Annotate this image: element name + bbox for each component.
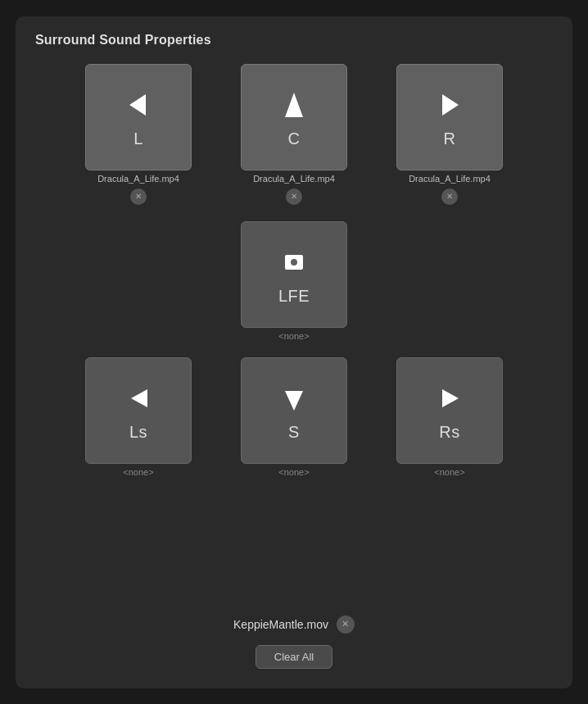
source-filename: KeppieMantle.mov — [233, 618, 328, 631]
channel-label-Rs: Rs — [439, 423, 459, 442]
channel-none-Rs: <none> — [434, 467, 464, 477]
channel-none-LFE: <none> — [278, 331, 309, 341]
remove-button-L[interactable] — [130, 188, 147, 205]
top-channel-row: L Dracula_A_Life.mp4 C Dracula_A_Life. — [85, 64, 503, 205]
channel-slot-Ls: Ls <none> — [85, 357, 192, 477]
svg-marker-1 — [285, 93, 303, 117]
speaker-ls-icon — [119, 379, 158, 418]
speaker-rs-icon — [430, 379, 469, 418]
channel-label-Ls: Ls — [129, 423, 147, 442]
channel-slot-Rs: Rs <none> — [396, 357, 503, 477]
channel-slot-C: C Dracula_A_Life.mp4 — [241, 64, 347, 205]
channel-label-L: L — [133, 129, 143, 148]
channel-box-C[interactable]: C — [241, 64, 347, 170]
remove-button-R[interactable] — [441, 188, 458, 205]
speaker-s-icon — [274, 379, 314, 418]
channel-label-S: S — [288, 423, 300, 442]
source-row: KeppieMantle.mov — [35, 615, 553, 634]
channel-box-R[interactable]: R — [396, 64, 503, 170]
surround-sound-panel: Surround Sound Properties L Dracula_A_Li… — [16, 16, 572, 688]
svg-marker-7 — [442, 389, 459, 407]
svg-marker-5 — [131, 389, 147, 407]
svg-point-4 — [291, 259, 297, 266]
channel-filename-C: Dracula_A_Life.mp4 — [253, 174, 335, 184]
channel-none-Ls: <none> — [123, 467, 153, 477]
channels-grid: L Dracula_A_Life.mp4 C Dracula_A_Life. — [35, 64, 553, 599]
channel-box-S[interactable]: S — [241, 357, 347, 464]
channel-filename-R: Dracula_A_Life.mp4 — [409, 174, 491, 184]
speaker-right-icon — [430, 85, 469, 125]
svg-marker-6 — [285, 391, 303, 411]
channel-label-R: R — [444, 129, 456, 148]
speaker-left-icon — [119, 85, 158, 125]
channel-slot-LFE: LFE <none> — [241, 221, 347, 341]
channel-label-LFE: LFE — [278, 287, 310, 306]
panel-title: Surround Sound Properties — [35, 33, 553, 48]
speaker-center-icon — [274, 85, 314, 125]
channel-none-S: <none> — [278, 467, 309, 477]
channel-box-LFE[interactable]: LFE — [241, 221, 347, 328]
channel-slot-L: L Dracula_A_Life.mp4 — [85, 64, 192, 205]
channel-filename-L: Dracula_A_Life.mp4 — [97, 174, 179, 184]
channel-slot-R: R Dracula_A_Life.mp4 — [396, 64, 503, 205]
channel-box-Ls[interactable]: Ls — [85, 357, 192, 464]
svg-marker-0 — [129, 94, 146, 116]
channel-slot-S: S <none> — [241, 357, 347, 477]
channel-box-Rs[interactable]: Rs — [396, 357, 503, 464]
mid-channel-row: LFE <none> — [241, 221, 347, 341]
remove-source-button[interactable] — [337, 615, 355, 634]
remove-button-C[interactable] — [286, 188, 302, 205]
channel-label-C: C — [288, 129, 301, 148]
bottom-area: KeppieMantle.mov Clear All — [35, 615, 553, 669]
svg-marker-2 — [442, 94, 459, 116]
bottom-channel-row: Ls <none> S <none> — [85, 357, 503, 477]
channel-box-L[interactable]: L — [85, 64, 192, 170]
clear-all-button[interactable]: Clear All — [256, 645, 332, 669]
speaker-lfe-icon — [274, 243, 314, 282]
